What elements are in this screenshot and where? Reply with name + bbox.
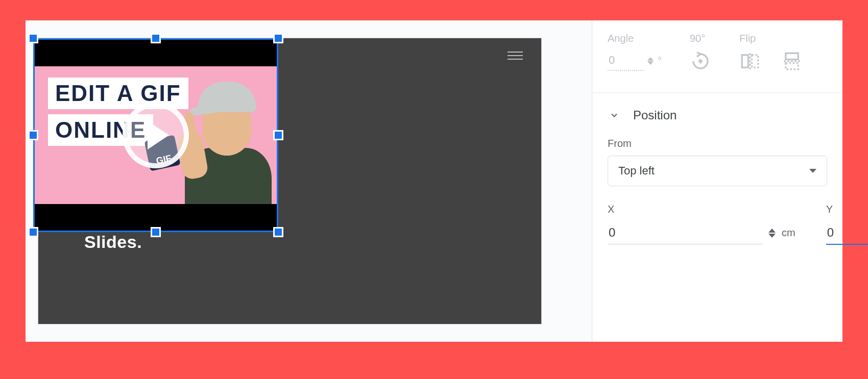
resize-handle-br[interactable]	[273, 227, 283, 237]
position-section-body: From Top left X cm Y	[592, 133, 842, 260]
canvas-area: Slides. EDIT A GIF ONLINE GIF	[26, 20, 592, 342]
dropdown-caret-icon	[809, 169, 816, 173]
angle-stepper	[647, 57, 654, 65]
chevron-down-icon	[608, 109, 621, 122]
svg-rect-6	[786, 63, 799, 69]
angle-label: Angle	[608, 33, 634, 44]
slide-body-text: Slides.	[84, 232, 142, 252]
from-label: From	[608, 138, 827, 149]
resize-handle-tl[interactable]	[28, 33, 38, 43]
app-frame: Slides. EDIT A GIF ONLINE GIF	[26, 20, 842, 342]
x-label: X	[608, 204, 795, 215]
resize-handle-tm[interactable]	[151, 33, 161, 43]
flip-label: Flip	[739, 33, 756, 44]
angle-input	[608, 50, 643, 71]
position-section-header[interactable]: Position	[592, 93, 842, 133]
format-panel: Angle ° 90° Flip	[592, 20, 842, 342]
svg-marker-0	[698, 59, 703, 64]
from-value: Top left	[618, 164, 655, 178]
svg-rect-4	[786, 53, 799, 59]
svg-rect-1	[742, 55, 748, 68]
y-input[interactable]	[826, 221, 868, 245]
flip-vertical-icon	[781, 50, 803, 72]
rotate-90-icon	[690, 50, 711, 72]
rotate-90-label: 90°	[690, 33, 705, 44]
resize-handle-bm[interactable]	[151, 227, 161, 237]
hamburger-icon[interactable]	[508, 52, 523, 60]
resize-handle-mr[interactable]	[273, 130, 283, 140]
slide[interactable]: Slides. EDIT A GIF ONLINE GIF	[38, 38, 541, 324]
rotation-section: Angle ° 90° Flip	[592, 20, 842, 93]
degree-symbol: °	[658, 55, 662, 67]
x-unit: cm	[782, 227, 795, 239]
resize-handle-tr[interactable]	[273, 33, 283, 43]
selection-outline	[33, 38, 278, 232]
position-title: Position	[633, 108, 677, 122]
selected-video-object[interactable]: EDIT A GIF ONLINE GIF	[33, 38, 278, 232]
from-dropdown[interactable]: Top left	[608, 156, 827, 186]
x-input[interactable]	[608, 221, 762, 244]
flip-horizontal-icon	[739, 50, 761, 72]
y-label: Y	[826, 204, 868, 215]
resize-handle-bl[interactable]	[28, 227, 38, 237]
resize-handle-ml[interactable]	[28, 130, 38, 140]
svg-rect-3	[752, 55, 758, 68]
x-stepper[interactable]	[768, 229, 776, 238]
